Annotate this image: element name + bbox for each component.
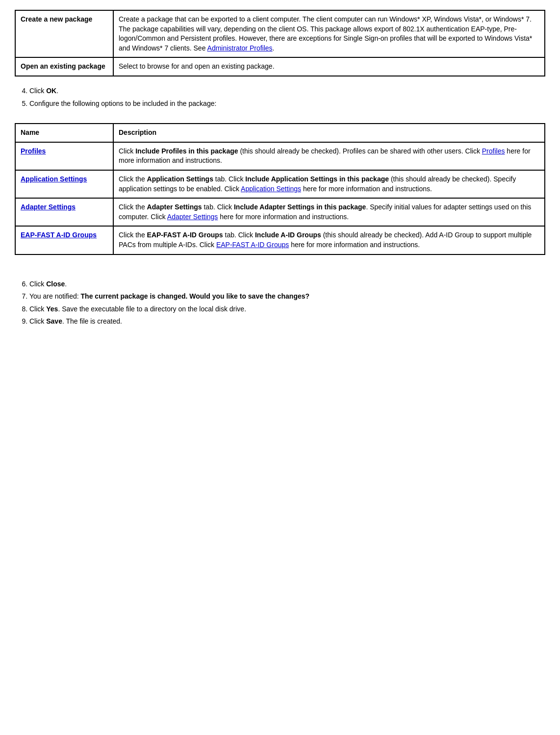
- table1-cell-desc-0: Create a package that can be exported to…: [113, 10, 545, 57]
- step-4-bold: OK: [46, 87, 56, 95]
- step-after-7: You are notified: The current package is…: [29, 292, 545, 302]
- configure-options-table: Name Description ProfilesClick Include P…: [15, 123, 545, 254]
- table1-row-0: Create a new packageCreate a package tha…: [15, 10, 545, 57]
- step-after-9: Click Save. The file is created.: [29, 317, 545, 327]
- table2-name-link-2[interactable]: Adapter Settings: [21, 203, 76, 211]
- step-9-bold: Save: [46, 317, 62, 325]
- step-8-bold: Yes: [46, 305, 58, 313]
- package-options-table: Create a new packageCreate a package tha…: [15, 10, 545, 76]
- desc-link-1[interactable]: Application Settings: [241, 185, 301, 193]
- table2-row-3: EAP-FAST A-ID GroupsClick the EAP-FAST A…: [15, 226, 545, 254]
- step-6-bold: Close: [46, 280, 65, 288]
- col-desc-header: Description: [113, 124, 545, 142]
- step-7-notification: The current package is changed. Would yo…: [81, 292, 310, 300]
- table2-name-link-1[interactable]: Application Settings: [21, 175, 87, 183]
- administrator-profiles-link[interactable]: Administrator Profiles: [207, 44, 273, 52]
- desc-link-0[interactable]: Profiles: [482, 147, 505, 155]
- step-5: Configure the following options to be in…: [29, 99, 545, 109]
- table1-cell-name-0: Create a new package: [15, 10, 113, 57]
- table1-cell-desc-1: Select to browse for and open an existin…: [113, 57, 545, 76]
- table2-name-link-3[interactable]: EAP-FAST A-ID Groups: [21, 231, 97, 239]
- table2-row-1: Application SettingsClick the Applicatio…: [15, 170, 545, 198]
- table2-cell-desc-2: Click the Adapter Settings tab. Click In…: [113, 198, 545, 226]
- table2-cell-desc-3: Click the EAP-FAST A-ID Groups tab. Clic…: [113, 226, 545, 254]
- col-name-header: Name: [15, 124, 113, 142]
- step-after-6: Click Close.: [29, 279, 545, 289]
- table1-row-1: Open an existing packageSelect to browse…: [15, 57, 545, 76]
- desc-bold-2: Adapter Settings: [147, 203, 202, 211]
- desc-bold-2: Include Adapter Settings in this package: [234, 203, 366, 211]
- desc-bold-1: Include Application Settings in this pac…: [245, 175, 389, 183]
- steps-after-list: Click Close.You are notified: The curren…: [29, 279, 545, 327]
- steps-before-list: Click OK. Configure the following option…: [29, 86, 545, 108]
- table2-cell-name-0: Profiles: [15, 142, 113, 170]
- table2-row-0: ProfilesClick Include Profiles in this p…: [15, 142, 545, 170]
- desc-link-3[interactable]: EAP-FAST A-ID Groups: [216, 241, 289, 249]
- table2-header-row: Name Description: [15, 124, 545, 142]
- desc-bold-1: Application Settings: [147, 175, 213, 183]
- table2-cell-desc-1: Click the Application Settings tab. Clic…: [113, 170, 545, 198]
- desc-bold-3: Include A-ID Groups: [255, 231, 321, 239]
- desc-bold-3: EAP-FAST A-ID Groups: [147, 231, 223, 239]
- table2-cell-name-1: Application Settings: [15, 170, 113, 198]
- table2-cell-name-2: Adapter Settings: [15, 198, 113, 226]
- table2-name-link-0[interactable]: Profiles: [21, 147, 46, 155]
- desc-link-2[interactable]: Adapter Settings: [167, 213, 218, 221]
- table1-cell-name-1: Open an existing package: [15, 57, 113, 76]
- table2-cell-name-3: EAP-FAST A-ID Groups: [15, 226, 113, 254]
- table2-row-2: Adapter SettingsClick the Adapter Settin…: [15, 198, 545, 226]
- step-after-8: Click Yes. Save the executable file to a…: [29, 304, 545, 314]
- desc-bold-0: Include Profiles in this package: [135, 147, 238, 155]
- step-4: Click OK.: [29, 86, 545, 96]
- table2-cell-desc-0: Click Include Profiles in this package (…: [113, 142, 545, 170]
